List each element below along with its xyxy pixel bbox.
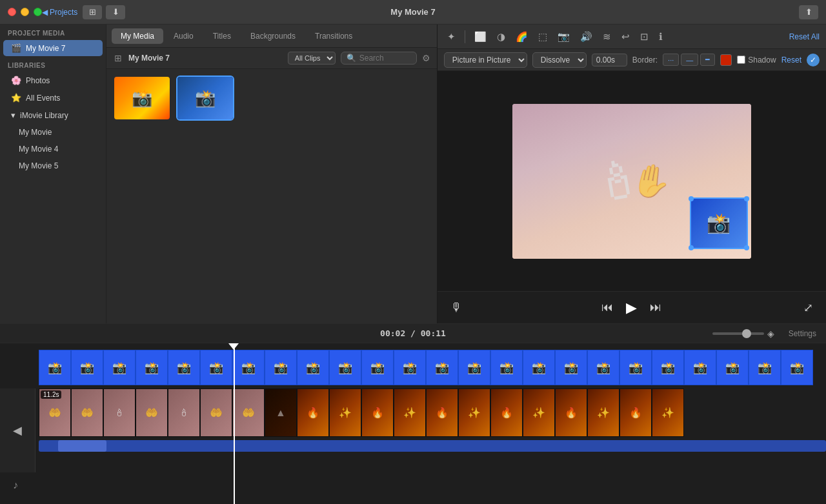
reset-button[interactable]: Reset	[781, 55, 801, 65]
pip-resize-tr[interactable]	[744, 196, 749, 201]
video-frame-6[interactable]: 🤲	[200, 388, 232, 437]
clip-frame-10[interactable]: 📸	[329, 350, 361, 385]
video-frame-4[interactable]: 🤲	[136, 388, 168, 437]
play-button[interactable]: ▶	[623, 297, 640, 319]
video-frame-5[interactable]: 🕯	[168, 388, 200, 437]
zoom-slider[interactable]: ◈	[712, 328, 774, 339]
minimize-button[interactable]	[21, 8, 29, 16]
audio-tool-button[interactable]: 🔊	[577, 29, 596, 45]
pip-resize-br[interactable]	[744, 245, 749, 250]
audio-track[interactable]	[39, 440, 826, 452]
projects-button[interactable]: ◀ Projects	[42, 8, 77, 17]
video-frame-13[interactable]: 🔥	[426, 388, 458, 437]
dissolve-select[interactable]: Dissolve	[532, 52, 587, 68]
expand-button[interactable]: ⤢	[803, 301, 813, 315]
color-tool-button[interactable]: 🌈	[512, 29, 531, 45]
video-frame-10[interactable]: ✨	[329, 388, 361, 437]
pip-resize-bl[interactable]	[689, 245, 694, 250]
clip-frame-1[interactable]: 📸	[39, 350, 71, 385]
clip-frame-19[interactable]: 📸	[620, 350, 652, 385]
border-style-3-button[interactable]: ━	[700, 54, 715, 66]
clip-frame-7[interactable]: 📸	[232, 350, 265, 385]
grid-view-button[interactable]: ⊞	[83, 5, 102, 19]
crop-rect-button[interactable]: ⬚	[535, 29, 550, 45]
sidebar-item-all-events[interactable]: ⭐ All Events	[3, 90, 103, 106]
clip-frame-22[interactable]: 📸	[716, 350, 749, 385]
border-color-swatch[interactable]	[720, 54, 732, 66]
equalizer-tool-button[interactable]: ≋	[599, 29, 614, 45]
download-button[interactable]: ⬇	[106, 5, 125, 19]
sidebar-toggle-button[interactable]: ⊞	[113, 52, 123, 65]
clip-frame-14[interactable]: 📸	[458, 350, 490, 385]
clip-frame-8[interactable]: 📸	[265, 350, 297, 385]
pip-tool-button[interactable]: ⊡	[637, 29, 652, 45]
clip-frame-23[interactable]: 📸	[749, 350, 781, 385]
crop-tool-button[interactable]: ◑	[494, 29, 509, 45]
video-frame-2[interactable]: 🤲	[71, 388, 103, 437]
sidebar-item-project[interactable]: 🎬 My Movie 7	[3, 40, 103, 56]
video-frame-7[interactable]: 🤲	[232, 388, 265, 437]
clip-frame-13[interactable]: 📸	[426, 350, 458, 385]
video-frame-8[interactable]: ▲	[265, 388, 297, 437]
border-style-1-button[interactable]: ···	[663, 54, 679, 66]
search-input[interactable]	[359, 54, 411, 63]
tab-audio[interactable]: Audio	[165, 28, 203, 44]
reset-all-button[interactable]: Reset All	[789, 32, 820, 41]
speed-tool-button[interactable]: ↩	[618, 29, 633, 45]
video-frame-12[interactable]: ✨	[394, 388, 426, 437]
shadow-checkbox[interactable]	[737, 55, 745, 64]
video-frame-3[interactable]: 🕯	[103, 388, 136, 437]
border-style-2-button[interactable]: —	[681, 54, 698, 66]
share-button[interactable]: ⬆	[799, 5, 818, 19]
sidebar-item-photos[interactable]: 🌸 Photos	[3, 72, 103, 88]
video-frame-19[interactable]: 🔥	[620, 388, 652, 437]
sidebar-item-my-movie-4[interactable]: My Movie 4	[3, 141, 103, 157]
clip-frame-3[interactable]: 📸	[103, 350, 136, 385]
video-frame-15[interactable]: 🔥	[490, 388, 523, 437]
close-button[interactable]	[8, 8, 16, 16]
clip-frame-4[interactable]: 📸	[136, 350, 168, 385]
tab-backgrounds[interactable]: Backgrounds	[241, 28, 305, 44]
clip-frame-16[interactable]: 📸	[523, 350, 555, 385]
timeline-settings-button[interactable]: Settings	[789, 329, 816, 338]
clip-frame-24[interactable]: 📸	[781, 350, 813, 385]
video-frame-18[interactable]: ✨	[587, 388, 620, 437]
video-frame-11[interactable]: 🔥	[361, 388, 394, 437]
clip-frame-6[interactable]: 📸	[200, 350, 232, 385]
duration-input[interactable]	[592, 54, 627, 66]
clip-frame-20[interactable]: 📸	[652, 350, 684, 385]
camera-tool-button[interactable]: 📷	[554, 29, 573, 45]
clip-frame-2[interactable]: 📸	[71, 350, 103, 385]
zoom-handle[interactable]	[712, 332, 764, 335]
clip-frame-9[interactable]: 📸	[297, 350, 329, 385]
clip-frame-5[interactable]: 📸	[168, 350, 200, 385]
clip-item-2[interactable]: 📸	[176, 76, 234, 121]
skip-back-button[interactable]: ⏮	[599, 298, 616, 317]
select-tool-button[interactable]: ✦	[444, 29, 459, 45]
video-frame-14[interactable]: ✨	[458, 388, 490, 437]
pip-select[interactable]: Picture in Picture	[444, 52, 527, 68]
info-tool-button[interactable]: ℹ	[656, 29, 666, 45]
clip-item-1[interactable]: 📸	[113, 76, 171, 121]
tab-my-media[interactable]: My Media	[112, 28, 163, 44]
video-frame-16[interactable]: ✨	[523, 388, 555, 437]
toggle-arrow-icon[interactable]: ◀	[13, 423, 22, 438]
clip-frame-17[interactable]: 📸	[555, 350, 587, 385]
pip-resize-tl[interactable]	[689, 196, 694, 201]
skip-forward-button[interactable]: ⏭	[647, 298, 664, 317]
all-clips-select[interactable]: All Clips	[288, 52, 336, 65]
zoom-thumb[interactable]	[742, 329, 751, 338]
confirm-icon[interactable]: ✓	[807, 54, 820, 66]
pip-overlay[interactable]: 📸	[690, 197, 748, 249]
clip-frame-18[interactable]: 📸	[587, 350, 620, 385]
sidebar-item-my-movie[interactable]: My Movie	[3, 125, 103, 140]
clip-frame-12[interactable]: 📸	[394, 350, 426, 385]
fullscreen-button[interactable]	[34, 8, 42, 16]
sidebar-item-imovie-library[interactable]: ▾ iMovie Library	[3, 107, 103, 123]
video-frame-20[interactable]: ✨	[652, 388, 684, 437]
clip-frame-11[interactable]: 📸	[361, 350, 394, 385]
tab-titles[interactable]: Titles	[204, 28, 240, 44]
clip-frame-21[interactable]: 📸	[684, 350, 716, 385]
microphone-button[interactable]: 🎙	[450, 301, 462, 314]
sidebar-item-my-movie-5[interactable]: My Movie 5	[3, 158, 103, 174]
